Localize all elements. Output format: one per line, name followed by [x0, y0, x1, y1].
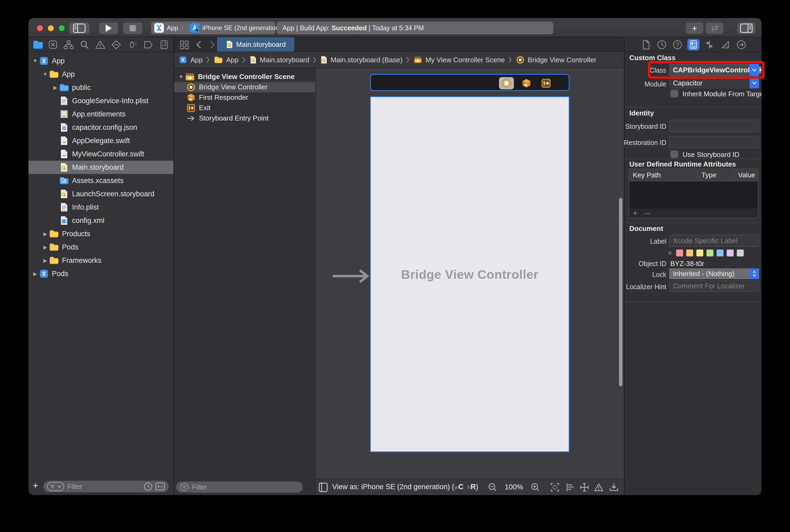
size-inspector-icon[interactable]: [720, 39, 731, 50]
breadcrumb-main-storyboard-base-[interactable]: Main.storyboard (Base): [320, 55, 402, 65]
update-frames-icon[interactable]: [550, 479, 560, 495]
file-tree-item-assets-xcassets[interactable]: Assets.xcassets: [28, 174, 173, 187]
forward-button[interactable]: [209, 40, 216, 50]
symbol-navigator-icon[interactable]: [63, 39, 74, 50]
related-items-icon[interactable]: [179, 39, 190, 50]
close-window-button[interactable]: [37, 25, 43, 31]
file-inspector-icon[interactable]: [640, 39, 651, 50]
toggle-right-sidebar-button[interactable]: [737, 22, 755, 34]
disclosure-closed-icon[interactable]: ▶: [31, 271, 39, 277]
breakpoint-navigator-icon[interactable]: [143, 39, 154, 50]
color-swatch-6[interactable]: [737, 249, 744, 256]
storyboard-entry-arrow[interactable]: [332, 268, 372, 284]
color-swatch-3[interactable]: [707, 249, 713, 256]
outline-item-bridge-view-controller[interactable]: Bridge View Controller: [174, 82, 315, 92]
localizer-hint-field[interactable]: Comment For Localizer: [669, 280, 759, 291]
view-controller-view[interactable]: Bridge View Controller: [370, 96, 570, 452]
module-field[interactable]: Capacitor: [669, 78, 759, 88]
color-swatch-0[interactable]: [676, 249, 683, 256]
code-review-button[interactable]: [706, 22, 724, 34]
attributes-inspector-icon[interactable]: [704, 39, 715, 50]
udra-add-button[interactable]: +: [633, 209, 638, 217]
source-control-navigator-icon[interactable]: [47, 39, 58, 50]
zoom-in-icon[interactable]: [530, 479, 541, 495]
storyboard-id-field[interactable]: [669, 120, 759, 132]
file-tree-item-products[interactable]: ▶Products: [28, 227, 173, 241]
file-tree-item-pods[interactable]: ▶Pods: [28, 241, 173, 254]
module-dropdown-button[interactable]: [750, 78, 759, 88]
file-tree-item-app[interactable]: ▼App: [28, 54, 173, 68]
zoom-window-button[interactable]: [59, 25, 65, 31]
run-button[interactable]: [99, 22, 118, 34]
file-tree-item-frameworks[interactable]: ▶Frameworks: [28, 254, 173, 267]
disclosure-closed-icon[interactable]: ▶: [51, 84, 59, 91]
issue-navigator-icon[interactable]: [95, 39, 105, 50]
recents-filter-icon[interactable]: [143, 482, 153, 491]
file-tree-item-info-plist[interactable]: PLISTInfo.plist: [28, 201, 173, 214]
file-tree-item-appdelegate-swift[interactable]: AppDelegate.swift: [28, 134, 173, 147]
back-button[interactable]: [195, 40, 202, 50]
view-controller-button[interactable]: [499, 77, 514, 89]
inherit-module-checkbox[interactable]: [670, 89, 678, 97]
exit-button[interactable]: [542, 79, 551, 88]
swatch-none[interactable]: ×: [668, 249, 672, 257]
connections-inspector-icon[interactable]: [736, 39, 747, 50]
resolve-issues-icon[interactable]: [593, 479, 604, 495]
outline-scene-row[interactable]: ▼Bridge View Controller Scene: [174, 72, 315, 82]
zoom-out-icon[interactable]: [487, 479, 498, 495]
disclosure-closed-icon[interactable]: ▶: [41, 231, 49, 237]
file-tree-item-main-storyboard[interactable]: Main.storyboard: [28, 161, 173, 174]
breadcrumb-app[interactable]: App: [178, 55, 203, 65]
file-tree-item-app-entitlements[interactable]: App.entitlements: [28, 108, 173, 121]
identity-inspector-icon[interactable]: [688, 39, 699, 50]
disclosure-closed-icon[interactable]: ▶: [41, 258, 49, 264]
zoom-level[interactable]: 100%: [502, 483, 526, 491]
outline-item-first-responder[interactable]: 1First Responder: [174, 92, 315, 103]
first-responder-button[interactable]: 1: [522, 78, 531, 88]
view-as-label[interactable]: View as: iPhone SE (2nd generation) (wC …: [332, 483, 478, 491]
quick-help-inspector-icon[interactable]: ?: [672, 39, 683, 50]
restoration-id-field[interactable]: [669, 136, 759, 148]
file-tree-item-googleservice-info-plist[interactable]: PLISTGoogleService-Info.plist: [28, 94, 173, 108]
debug-navigator-icon[interactable]: [127, 39, 138, 50]
report-navigator-icon[interactable]: [159, 39, 170, 50]
file-tree-item-launchscreen-storyboard[interactable]: LaunchScreen.storyboard: [28, 187, 173, 201]
modified-filter-icon[interactable]: [155, 482, 165, 491]
embed-icon[interactable]: [609, 479, 619, 495]
add-constraints-icon[interactable]: [579, 479, 590, 495]
disclosure-closed-icon[interactable]: ▶: [41, 244, 49, 250]
add-file-button[interactable]: +: [33, 480, 38, 491]
lock-dropdown[interactable]: Inherited - (Nothing): [669, 268, 759, 279]
device-bezel-icon[interactable]: [318, 479, 328, 495]
align-icon[interactable]: [564, 479, 575, 495]
udra-remove-button[interactable]: —: [644, 209, 651, 217]
color-swatch-1[interactable]: [686, 249, 693, 256]
doc-label-field[interactable]: Xcode Specific Label: [669, 234, 759, 247]
disclosure-open-icon[interactable]: ▼: [31, 58, 39, 64]
add-editor-button[interactable]: +: [686, 22, 703, 34]
scheme-selector[interactable]: App 〉 iPhone SE (2nd generation): [151, 22, 275, 34]
canvas-scrollbar[interactable]: [619, 198, 622, 386]
file-tree-item-public[interactable]: ▶public: [28, 81, 173, 94]
disclosure-open-icon[interactable]: ▼: [41, 71, 49, 77]
disclosure-open-icon[interactable]: ▼: [177, 74, 185, 80]
project-navigator-icon[interactable]: [33, 39, 43, 50]
breadcrumb-main-storyboard[interactable]: Main.storyboard: [249, 55, 309, 65]
navigator-filter-field[interactable]: Filter: [43, 481, 169, 492]
minimize-window-button[interactable]: [48, 25, 54, 31]
breadcrumb-app[interactable]: App: [213, 55, 238, 64]
file-tree-item-capacitor-config-json[interactable]: capacitor.config.json: [28, 121, 173, 134]
outline-item-exit[interactable]: Exit: [174, 103, 315, 113]
filter-options-icon[interactable]: [47, 482, 64, 491]
breadcrumb-my-view-controller-scene[interactable]: My View Controller Scene: [413, 56, 505, 64]
file-tree-item-config-xml[interactable]: config.xml: [28, 214, 173, 227]
test-navigator-icon[interactable]: [111, 39, 121, 50]
color-swatch-5[interactable]: [727, 249, 734, 256]
stop-button[interactable]: [123, 22, 142, 34]
lock-dropdown-button[interactable]: [750, 268, 759, 279]
color-swatch-4[interactable]: [717, 249, 724, 256]
outline-item-storyboard-entry-point[interactable]: Storyboard Entry Point: [174, 113, 315, 124]
file-tree-item-myviewcontroller-swift[interactable]: MyViewController.swift: [28, 147, 173, 161]
file-tree-item-pods[interactable]: ▶Pods: [28, 267, 173, 280]
file-tree-item-app[interactable]: ▼App: [28, 68, 173, 81]
